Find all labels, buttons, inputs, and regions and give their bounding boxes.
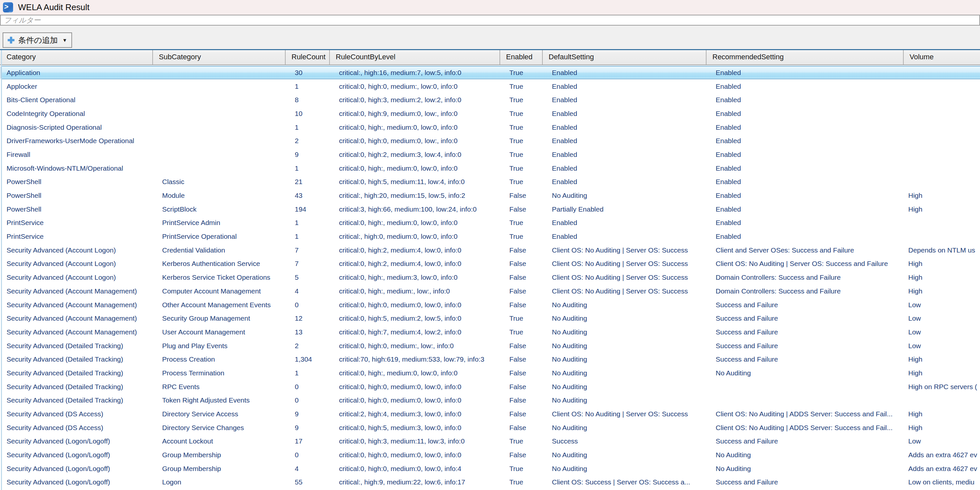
table-row[interactable]: Microsoft-Windows-NTLM/Operational1criti… bbox=[0, 161, 980, 175]
table-row[interactable]: PowerShellScriptBlock194critical:3, high… bbox=[0, 202, 980, 216]
grid-header: CategorySubCategoryRuleCountRuleCountByL… bbox=[0, 50, 980, 65]
table-row[interactable]: DriverFrameworks-UserMode Operational2cr… bbox=[0, 134, 980, 148]
table-row[interactable]: CodeIntegrity Operational10critical:0, h… bbox=[0, 107, 980, 121]
cell-defaultsetting: No Auditing bbox=[543, 315, 706, 322]
cell-subcategory: ScriptBlock bbox=[153, 205, 286, 213]
add-criteria-button[interactable]: ✚ 条件の追加 ▼ bbox=[3, 32, 72, 48]
cell-rulecount: 0 bbox=[286, 396, 330, 404]
cell-volume: Adds an extra 4627 ev bbox=[904, 451, 980, 459]
cell-rulecountbylevel: critical:0, high:0, medium:0, low:0, inf… bbox=[330, 383, 500, 391]
cell-rulecountbylevel: critical:0, high:5, medium:2, low:5, inf… bbox=[330, 315, 500, 322]
cell-category: Security Advanced (Account Management) bbox=[2, 301, 153, 309]
table-row[interactable]: Security Advanced (Detailed Tracking)Pro… bbox=[0, 366, 980, 380]
cell-defaultsetting: No Auditing bbox=[543, 192, 706, 199]
cell-defaultsetting: Enabled bbox=[543, 164, 706, 172]
cell-enabled: True bbox=[500, 465, 543, 473]
cell-subcategory: Computer Account Management bbox=[153, 287, 286, 295]
cell-defaultsetting: No Auditing bbox=[543, 383, 706, 391]
cell-rulecount: 17 bbox=[286, 437, 330, 445]
cell-category: Security Advanced (DS Access) bbox=[2, 424, 153, 432]
table-row[interactable]: Security Advanced (Logon/Logoff)Group Me… bbox=[0, 462, 980, 476]
table-row[interactable]: Security Advanced (Detailed Tracking)Plu… bbox=[0, 339, 980, 353]
cell-enabled: False bbox=[500, 410, 543, 418]
cell-rulecountbylevel: critical:0, high:0, medium:0, low:0, inf… bbox=[330, 451, 500, 459]
table-row[interactable]: Security Advanced (Detailed Tracking)Tok… bbox=[0, 394, 980, 407]
powershell-chevron: > bbox=[3, 3, 9, 11]
table-row[interactable]: Applocker1critical:0, high:0, medium:, l… bbox=[0, 80, 980, 93]
cell-rulecountbylevel: critical:0, high:5, medium:3, low:0, inf… bbox=[330, 424, 500, 432]
table-row[interactable]: Security Advanced (Account Management)Se… bbox=[0, 312, 980, 325]
cell-category: Security Advanced (Detailed Tracking) bbox=[2, 342, 153, 350]
cell-rulecount: 9 bbox=[286, 151, 330, 159]
cell-volume: Low bbox=[904, 328, 980, 336]
cell-enabled: False bbox=[500, 260, 543, 267]
cell-subcategory: Security Group Management bbox=[153, 315, 286, 322]
table-row[interactable]: Bits-Client Operational8critical:0, high… bbox=[0, 93, 980, 107]
cell-volume: Low bbox=[904, 437, 980, 445]
cell-recommendedsetting: Success and Failure bbox=[706, 342, 904, 350]
column-header-rulecount[interactable]: RuleCount bbox=[286, 50, 330, 65]
cell-enabled: True bbox=[500, 96, 543, 104]
table-row[interactable]: Security Advanced (Account Logon)Kerbero… bbox=[0, 270, 980, 284]
cell-category: Security Advanced (Detailed Tracking) bbox=[2, 369, 153, 377]
table-row[interactable]: Application30critical:, high:16, medium:… bbox=[0, 66, 980, 80]
cell-rulecountbylevel: critical:0, high:2, medium:4, low:0, inf… bbox=[330, 260, 500, 267]
cell-recommendedsetting: Enabled bbox=[706, 219, 904, 227]
cell-defaultsetting: Client OS: No Auditing | Server OS: Succ… bbox=[543, 410, 706, 418]
column-header-rulecountbylevel[interactable]: RuleCountByLevel bbox=[330, 50, 500, 65]
cell-subcategory: Other Account Management Events bbox=[153, 301, 286, 309]
table-row[interactable]: Security Advanced (Detailed Tracking)Pro… bbox=[0, 352, 980, 366]
cell-enabled: False bbox=[500, 424, 543, 432]
cell-rulecount: 7 bbox=[286, 260, 330, 267]
cell-defaultsetting: No Auditing bbox=[543, 396, 706, 404]
table-row[interactable]: Security Advanced (Logon/Logoff)Logon55c… bbox=[0, 476, 980, 489]
cell-defaultsetting: Success bbox=[543, 437, 706, 445]
column-header-category[interactable]: Category bbox=[2, 50, 153, 65]
title-bar: > _ WELA Audit Result bbox=[0, 0, 980, 15]
column-header-defaultsetting[interactable]: DefaultSetting bbox=[543, 50, 706, 65]
cell-rulecount: 9 bbox=[286, 424, 330, 432]
table-row[interactable]: Security Advanced (Logon/Logoff)Account … bbox=[0, 434, 980, 449]
grid-left-border bbox=[1, 50, 2, 490]
grid-body: Application30critical:, high:16, medium:… bbox=[0, 66, 980, 490]
cell-enabled: True bbox=[500, 219, 543, 227]
cell-rulecount: 0 bbox=[286, 301, 330, 309]
cell-rulecount: 1 bbox=[286, 219, 330, 227]
table-row[interactable]: Security Advanced (Account Logon)Kerbero… bbox=[0, 257, 980, 271]
table-row[interactable]: Security Advanced (Account Management)Us… bbox=[0, 325, 980, 339]
cell-enabled: True bbox=[500, 478, 543, 486]
column-header-subcategory[interactable]: SubCategory bbox=[153, 50, 286, 65]
cell-rulecountbylevel: critical:0, high:, medium:, low:, info:0 bbox=[330, 287, 500, 295]
column-header-volume[interactable]: Volume bbox=[904, 50, 980, 65]
cell-rulecountbylevel: critical:2, high:4, medium:3, low:0, inf… bbox=[330, 410, 500, 418]
cell-enabled: False bbox=[500, 287, 543, 295]
cell-rulecount: 5 bbox=[286, 274, 330, 282]
table-row[interactable]: PowerShellClassic21critical:0, high:5, m… bbox=[0, 175, 980, 189]
filter-input[interactable] bbox=[0, 15, 980, 25]
cell-enabled: True bbox=[500, 164, 543, 172]
column-header-enabled[interactable]: Enabled bbox=[500, 50, 543, 65]
cell-category: PowerShell bbox=[2, 178, 153, 186]
column-header-recommendedsetting[interactable]: RecommendedSetting bbox=[706, 50, 904, 65]
table-row[interactable]: Security Advanced (Account Logon)Credent… bbox=[0, 243, 980, 257]
cell-defaultsetting: Partially Enabled bbox=[543, 205, 706, 213]
table-row[interactable]: Security Advanced (Logon/Logoff)Group Me… bbox=[0, 448, 980, 462]
cell-rulecountbylevel: critical:, high:16, medium:7, low:5, inf… bbox=[330, 69, 500, 76]
cell-rulecountbylevel: critical:, high:0, medium:0, low:0, info… bbox=[330, 232, 500, 240]
table-row[interactable]: Security Advanced (Account Management)Co… bbox=[0, 284, 980, 298]
cell-subcategory: RPC Events bbox=[153, 383, 286, 391]
cell-enabled: False bbox=[500, 246, 543, 254]
cell-rulecountbylevel: critical:, high:20, medium:15, low:5, in… bbox=[330, 192, 500, 199]
cell-rulecount: 4 bbox=[286, 287, 330, 295]
table-row[interactable]: Security Advanced (DS Access)Directory S… bbox=[0, 421, 980, 434]
table-row[interactable]: Diagnosis-Scripted Operational1critical:… bbox=[0, 121, 980, 134]
table-row[interactable]: Security Advanced (Detailed Tracking)RPC… bbox=[0, 380, 980, 394]
table-row[interactable]: PowerShellModule43critical:, high:20, me… bbox=[0, 189, 980, 202]
cell-category: Bits-Client Operational bbox=[2, 96, 153, 104]
cell-defaultsetting: Enabled bbox=[543, 110, 706, 118]
table-row[interactable]: PrintServicePrintService Admin1critical:… bbox=[0, 216, 980, 230]
table-row[interactable]: Security Advanced (DS Access)Directory S… bbox=[0, 407, 980, 421]
table-row[interactable]: PrintServicePrintService Operational1cri… bbox=[0, 230, 980, 243]
table-row[interactable]: Firewall9critical:0, high:2, medium:3, l… bbox=[0, 148, 980, 161]
table-row[interactable]: Security Advanced (Account Management)Ot… bbox=[0, 298, 980, 312]
